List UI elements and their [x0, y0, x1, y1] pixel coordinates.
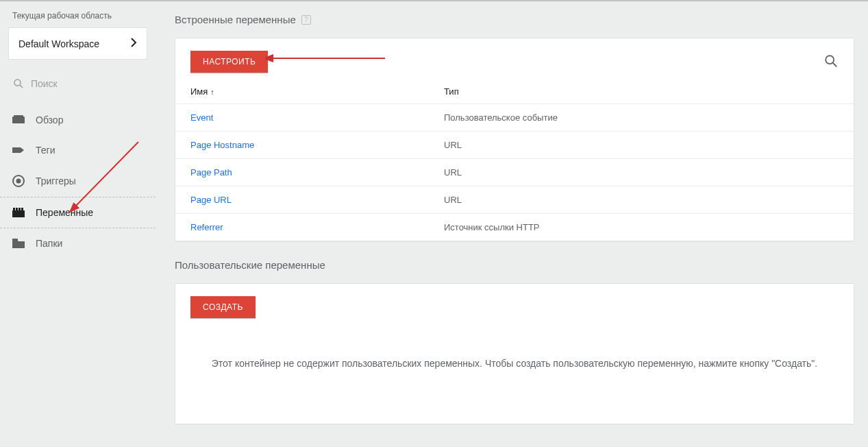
nav: Обзор Теги Триггеры Переменные: [0, 105, 156, 258]
sort-asc-icon: ↑: [210, 88, 214, 96]
builtin-heading: Встроенные переменные ?: [175, 14, 854, 25]
row-type: URL: [444, 195, 839, 205]
row-name-link[interactable]: Event: [190, 112, 213, 123]
workspace-selector[interactable]: Default Workspace: [8, 27, 147, 60]
trigger-icon: [12, 175, 27, 187]
configure-button[interactable]: НАСТРОИТЬ: [190, 51, 268, 73]
row-name-link[interactable]: Page Hostname: [190, 140, 254, 150]
workspace-name: Default Workspace: [18, 38, 99, 49]
create-button[interactable]: СОЗДАТЬ: [190, 296, 256, 318]
col-name-header[interactable]: Имя ↑: [190, 86, 444, 97]
custom-heading: Пользовательские переменные: [175, 259, 854, 271]
col-type-label: Тип: [444, 86, 459, 97]
col-name-label: Имя: [190, 86, 208, 97]
nav-label: Обзор: [36, 114, 63, 125]
table-row: Page URL URL: [175, 186, 854, 214]
svg-rect-11: [12, 239, 18, 241]
help-icon[interactable]: ?: [301, 15, 311, 25]
sidebar: Текущая рабочая область Default Workspac…: [0, 1, 156, 447]
workspace-label: Текущая рабочая область: [0, 1, 156, 23]
folder-icon: [12, 239, 27, 248]
nav-item-folders[interactable]: Папки: [0, 228, 156, 258]
nav-label: Папки: [36, 238, 62, 249]
svg-rect-6: [12, 210, 25, 217]
search-icon: [12, 77, 25, 90]
custom-heading-text: Пользовательские переменные: [175, 259, 325, 271]
nav-label: Триггеры: [36, 176, 76, 186]
svg-rect-3: [14, 115, 23, 117]
svg-point-0: [14, 80, 21, 86]
svg-point-12: [826, 56, 834, 64]
nav-label: Теги: [36, 145, 55, 156]
builtin-heading-text: Встроенные переменные: [175, 14, 296, 25]
row-name-link[interactable]: Referrer: [190, 222, 223, 232]
variables-icon: [12, 208, 27, 217]
row-name-link[interactable]: Page URL: [190, 195, 232, 205]
custom-empty-message: Этот контейнер не содержит пользовательс…: [175, 330, 854, 424]
svg-rect-10: [21, 208, 23, 210]
svg-rect-8: [16, 208, 18, 210]
svg-line-13: [833, 62, 837, 67]
search-row[interactable]: [0, 68, 156, 99]
row-type: URL: [444, 140, 839, 150]
svg-line-1: [20, 85, 23, 88]
svg-rect-2: [12, 117, 25, 123]
col-type-header[interactable]: Тип: [444, 86, 839, 97]
svg-point-5: [16, 179, 21, 184]
builtin-panel: НАСТРОИТЬ Имя ↑ Тип Event Пользовательск…: [175, 38, 854, 241]
dashboard-icon: [12, 115, 27, 125]
nav-item-triggers[interactable]: Триггеры: [0, 165, 156, 197]
table-row: Referrer Источник ссылки HTTP: [175, 214, 854, 241]
table-row: Page Path URL: [175, 159, 854, 186]
table-row: Page Hostname URL: [175, 132, 854, 159]
tag-icon: [12, 145, 27, 155]
row-type: URL: [444, 167, 839, 178]
chevron-right-icon: [130, 38, 137, 49]
nav-item-tags[interactable]: Теги: [0, 135, 156, 165]
svg-rect-7: [13, 208, 15, 210]
custom-panel: СОЗДАТЬ Этот контейнер не содержит польз…: [175, 283, 854, 424]
row-name-link[interactable]: Page Path: [190, 167, 232, 178]
search-input[interactable]: [31, 78, 143, 89]
table-head: Имя ↑ Тип: [175, 80, 854, 104]
nav-item-variables[interactable]: Переменные: [0, 197, 156, 228]
table-row: Event Пользовательское событие: [175, 104, 854, 132]
row-type: Источник ссылки HTTP: [444, 222, 839, 232]
panel-search-icon[interactable]: [823, 53, 839, 71]
row-type: Пользовательское событие: [444, 112, 839, 123]
nav-label: Переменные: [36, 207, 93, 218]
nav-item-overview[interactable]: Обзор: [0, 105, 156, 135]
main: Встроенные переменные ? НАСТРОИТЬ Имя ↑ …: [156, 1, 868, 447]
svg-rect-9: [18, 208, 21, 210]
